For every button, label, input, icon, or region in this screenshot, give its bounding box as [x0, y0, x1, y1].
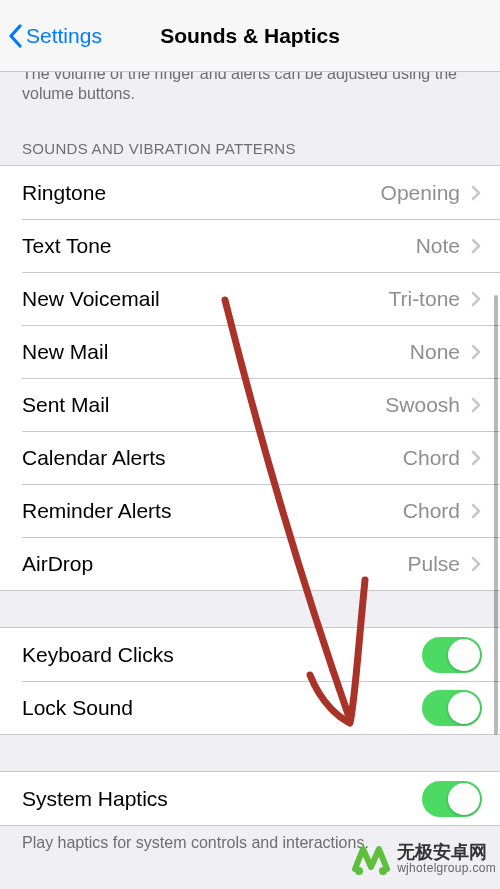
- svg-point-0: [355, 867, 363, 875]
- section-header-sounds: SOUNDS AND VIBRATION PATTERNS: [0, 114, 500, 165]
- row-value: Chord: [403, 446, 460, 470]
- back-label: Settings: [26, 24, 102, 48]
- chevron-right-icon: [470, 555, 482, 573]
- row-airdrop[interactable]: AirDrop Pulse: [0, 537, 500, 590]
- watermark-url: wjhotelgroup.com: [397, 862, 496, 875]
- toggle-lock-sound[interactable]: [422, 690, 482, 726]
- row-label: Reminder Alerts: [22, 499, 403, 523]
- row-label: Sent Mail: [22, 393, 385, 417]
- row-value: Pulse: [407, 552, 460, 576]
- row-keyboard-clicks: Keyboard Clicks: [0, 628, 500, 681]
- toggle-system-haptics[interactable]: [422, 781, 482, 817]
- row-label: New Voicemail: [22, 287, 388, 311]
- row-system-haptics: System Haptics: [0, 772, 500, 825]
- row-label: Calendar Alerts: [22, 446, 403, 470]
- row-value: Opening: [381, 181, 460, 205]
- row-label: Text Tone: [22, 234, 416, 258]
- chevron-right-icon: [470, 502, 482, 520]
- row-text-tone[interactable]: Text Tone Note: [0, 219, 500, 272]
- back-button[interactable]: Settings: [0, 0, 102, 71]
- row-value: None: [410, 340, 460, 364]
- row-value: Note: [416, 234, 460, 258]
- svg-point-1: [379, 867, 387, 875]
- chevron-right-icon: [470, 396, 482, 414]
- row-sent-mail[interactable]: Sent Mail Swoosh: [0, 378, 500, 431]
- row-ringtone[interactable]: Ringtone Opening: [0, 166, 500, 219]
- chevron-right-icon: [470, 343, 482, 361]
- row-value: Tri-tone: [388, 287, 460, 311]
- chevron-right-icon: [470, 449, 482, 467]
- row-label: New Mail: [22, 340, 410, 364]
- row-calendar-alerts[interactable]: Calendar Alerts Chord: [0, 431, 500, 484]
- row-value: Chord: [403, 499, 460, 523]
- toggle-keyboard-clicks[interactable]: [422, 637, 482, 673]
- row-new-mail[interactable]: New Mail None: [0, 325, 500, 378]
- row-label: System Haptics: [22, 787, 422, 811]
- row-value: Swoosh: [385, 393, 460, 417]
- row-label: AirDrop: [22, 552, 407, 576]
- row-new-voicemail[interactable]: New Voicemail Tri-tone: [0, 272, 500, 325]
- chevron-right-icon: [470, 290, 482, 308]
- chevron-right-icon: [470, 184, 482, 202]
- haptics-group: System Haptics: [0, 771, 500, 826]
- row-lock-sound: Lock Sound: [0, 681, 500, 734]
- chevron-right-icon: [470, 237, 482, 255]
- row-reminder-alerts[interactable]: Reminder Alerts Chord: [0, 484, 500, 537]
- sounds-group: Ringtone Opening Text Tone Note New Voic…: [0, 165, 500, 591]
- row-label: Lock Sound: [22, 696, 422, 720]
- row-label: Keyboard Clicks: [22, 643, 422, 667]
- navigation-bar: Settings Sounds & Haptics: [0, 0, 500, 72]
- row-label: Ringtone: [22, 181, 381, 205]
- scroll-indicator[interactable]: [494, 295, 498, 735]
- toggles-group: Keyboard Clicks Lock Sound: [0, 627, 500, 735]
- footer-system-haptics: Play haptics for system controls and int…: [0, 826, 500, 852]
- chevron-left-icon: [8, 24, 22, 48]
